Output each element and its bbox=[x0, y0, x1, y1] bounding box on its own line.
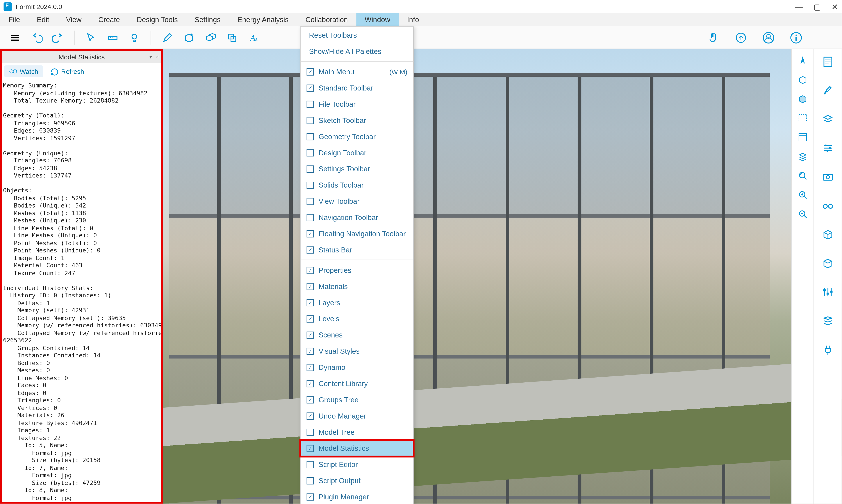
menu-item-show-hide-all-palettes[interactable]: Show/Hide All Palettes bbox=[301, 43, 413, 59]
checkbox-icon bbox=[306, 396, 314, 403]
pencil-icon[interactable] bbox=[158, 29, 176, 47]
zoom-loop-icon[interactable] bbox=[795, 168, 810, 183]
hand-icon[interactable] bbox=[704, 28, 723, 47]
menu-item-undo-manager[interactable]: Undo Manager bbox=[301, 408, 413, 424]
brush-icon[interactable] bbox=[819, 82, 837, 100]
menu-create[interactable]: Create bbox=[90, 13, 128, 25]
app-title: FormIt 2024.0.0 bbox=[16, 3, 62, 10]
svg-point-28 bbox=[823, 204, 827, 208]
measure-icon[interactable] bbox=[104, 29, 122, 47]
layers-icon[interactable] bbox=[819, 110, 837, 128]
menu-item-file-toolbar[interactable]: File Toolbar bbox=[301, 96, 413, 112]
menu-item-reset-toolbars[interactable]: Reset Toolbars bbox=[301, 27, 413, 43]
plug-icon[interactable] bbox=[819, 341, 837, 359]
zoom-in-icon[interactable] bbox=[795, 187, 810, 203]
menu-file[interactable]: File bbox=[0, 13, 29, 25]
close-button[interactable]: ✕ bbox=[831, 2, 838, 11]
menu-item-settings-toolbar[interactable]: Settings Toolbar bbox=[301, 161, 413, 177]
menu-item-model-tree[interactable]: Model Tree bbox=[301, 424, 413, 440]
redo-icon[interactable] bbox=[49, 29, 67, 47]
zoom-out-icon[interactable] bbox=[795, 206, 810, 222]
checkbox-icon bbox=[306, 101, 314, 108]
box-3d-icon[interactable] bbox=[819, 226, 837, 244]
user-icon[interactable] bbox=[759, 28, 778, 47]
select-all-icon[interactable] bbox=[795, 110, 810, 126]
stats-body: Memory Summary: Memory (excluding textur… bbox=[2, 80, 161, 502]
menu-item-navigation-toolbar[interactable]: Navigation Toolbar bbox=[301, 209, 413, 226]
menu-item-levels[interactable]: Levels bbox=[301, 310, 413, 327]
panel-title: Model Statistics ▾× bbox=[2, 51, 161, 63]
menu-item-plugin-manager[interactable]: Plugin Manager bbox=[301, 489, 413, 504]
menu-icon[interactable] bbox=[6, 29, 24, 47]
svg-rect-30 bbox=[823, 289, 826, 291]
menu-item-groups-tree[interactable]: Groups Tree bbox=[301, 392, 413, 408]
menu-item-script-output[interactable]: Script Output bbox=[301, 472, 413, 489]
glasses-icon[interactable] bbox=[819, 197, 837, 215]
menu-item-solids-toolbar[interactable]: Solids Toolbar bbox=[301, 177, 413, 193]
share-icon[interactable] bbox=[731, 28, 751, 47]
refresh-icon bbox=[50, 68, 58, 75]
menu-item-scenes[interactable]: Scenes bbox=[301, 327, 413, 343]
sliders-icon[interactable] bbox=[819, 283, 837, 301]
refresh-tab[interactable]: Refresh bbox=[46, 65, 89, 77]
menu-item-floating-navigation-toolbar[interactable]: Floating Navigation Toolbar bbox=[301, 226, 413, 242]
menu-item-geometry-toolbar[interactable]: Geometry Toolbar bbox=[301, 128, 413, 145]
watch-tab[interactable]: Watch bbox=[4, 65, 43, 77]
undo-icon[interactable] bbox=[28, 29, 46, 47]
svg-point-23 bbox=[825, 144, 827, 146]
text-a-icon[interactable]: Aa bbox=[245, 29, 263, 47]
minimize-button[interactable]: — bbox=[795, 2, 803, 11]
pin-icon[interactable]: ▾ bbox=[149, 54, 152, 60]
svg-rect-18 bbox=[799, 133, 806, 141]
camera-icon[interactable] bbox=[819, 168, 837, 186]
menu-item-standard-toolbar[interactable]: Standard Toolbar bbox=[301, 80, 413, 96]
menu-window[interactable]: Window bbox=[356, 13, 399, 25]
select-icon[interactable] bbox=[82, 29, 100, 47]
cube-solid-icon[interactable] bbox=[795, 91, 810, 107]
model-statistics-panel: Model Statistics ▾× Watch Refresh Memory… bbox=[0, 49, 163, 504]
maximize-button[interactable]: ▢ bbox=[813, 2, 821, 11]
menu-item-design-toolbar[interactable]: Design Toolbar bbox=[301, 144, 413, 161]
menu-item-materials[interactable]: Materials bbox=[301, 278, 413, 294]
cube-outline-icon[interactable] bbox=[795, 72, 810, 87]
close-panel-icon[interactable]: × bbox=[156, 54, 159, 60]
menu-item-model-statistics[interactable]: Model Statistics bbox=[301, 440, 413, 456]
menu-view[interactable]: View bbox=[58, 13, 90, 25]
menu-energy-analysis[interactable]: Energy Analysis bbox=[229, 13, 297, 25]
properties-icon[interactable] bbox=[819, 53, 837, 71]
viewport-3d[interactable] bbox=[163, 49, 842, 504]
svg-point-16 bbox=[13, 70, 17, 73]
svg-rect-3 bbox=[108, 36, 117, 39]
menu-item-dynamo[interactable]: Dynamo bbox=[301, 359, 413, 375]
checkbox-icon bbox=[306, 133, 314, 140]
menu-item-main-menu[interactable]: Main Menu(W M) bbox=[301, 64, 413, 80]
checkbox-icon bbox=[306, 267, 314, 274]
checkbox-icon bbox=[306, 68, 314, 75]
checkbox-icon bbox=[306, 84, 314, 91]
menu-item-sketch-toolbar[interactable]: Sketch Toolbar bbox=[301, 112, 413, 128]
info-icon[interactable] bbox=[787, 28, 806, 47]
menu-edit[interactable]: Edit bbox=[29, 13, 58, 25]
cube-add-icon[interactable] bbox=[180, 29, 198, 47]
box-iso-icon[interactable] bbox=[819, 254, 837, 272]
menu-item-script-editor[interactable]: Script Editor bbox=[301, 456, 413, 472]
menu-item-visual-styles[interactable]: Visual Styles bbox=[301, 343, 413, 359]
menu-info[interactable]: Info bbox=[399, 13, 427, 25]
settings-h-icon[interactable] bbox=[819, 139, 837, 157]
layers-3d-icon[interactable] bbox=[795, 149, 810, 164]
menu-settings[interactable]: Settings bbox=[186, 13, 229, 25]
stack-icon[interactable] bbox=[819, 312, 837, 330]
menu-item-content-library[interactable]: Content Library bbox=[301, 375, 413, 392]
svg-rect-0 bbox=[11, 34, 19, 36]
menu-item-status-bar[interactable]: Status Bar bbox=[301, 242, 413, 258]
menu-item-layers[interactable]: Layers bbox=[301, 294, 413, 310]
bulb-icon[interactable] bbox=[125, 29, 143, 47]
select-window-icon[interactable] bbox=[795, 129, 810, 145]
menu-collaboration[interactable]: Collaboration bbox=[297, 13, 356, 25]
north-icon[interactable] bbox=[795, 53, 810, 68]
cube-group-icon[interactable] bbox=[201, 29, 220, 47]
menu-design-tools[interactable]: Design Tools bbox=[128, 13, 186, 25]
menu-item-view-toolbar[interactable]: View Toolbar bbox=[301, 193, 413, 209]
cube-boolean-icon[interactable] bbox=[223, 29, 241, 47]
menu-item-properties[interactable]: Properties bbox=[301, 262, 413, 278]
